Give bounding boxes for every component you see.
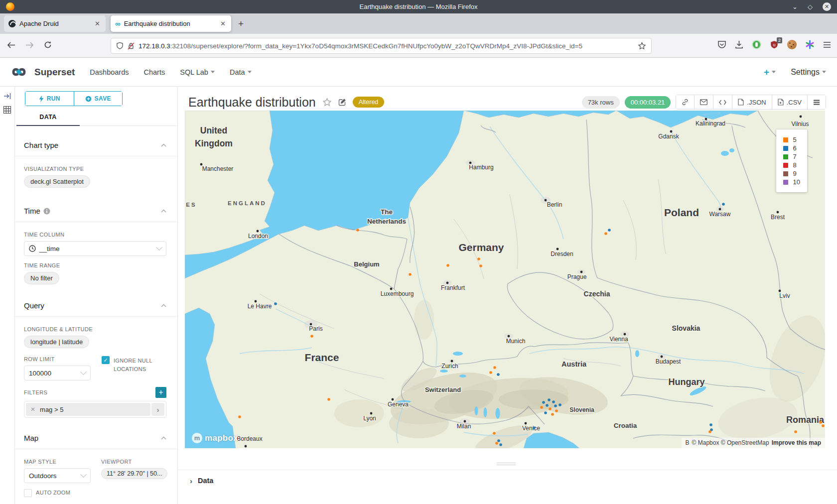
filter-item[interactable]: ✕ mag > 5 ›	[24, 401, 166, 418]
scatter-point[interactable]	[409, 273, 412, 276]
back-icon[interactable]	[7, 41, 15, 49]
nav-charts[interactable]: Charts	[144, 68, 165, 76]
extension-ublock-icon[interactable]: u 2	[770, 40, 779, 49]
scatter-point[interactable]	[495, 442, 498, 445]
scatter-point[interactable]	[549, 407, 552, 410]
scatter-point[interactable]	[544, 411, 547, 414]
scatter-point[interactable]	[709, 423, 712, 426]
extension-cookie-icon[interactable]	[787, 40, 797, 49]
row-limit-select[interactable]: 100000	[24, 366, 91, 380]
extension-asterisk-icon[interactable]	[805, 40, 815, 49]
scatter-point[interactable]	[819, 421, 822, 424]
scatter-point[interactable]	[722, 203, 725, 206]
bookmark-star-icon[interactable]	[638, 42, 646, 50]
scatter-point[interactable]	[238, 415, 241, 418]
nav-data[interactable]: Data	[230, 68, 252, 76]
scatter-point[interactable]	[310, 335, 313, 338]
scatter-point[interactable]	[558, 403, 561, 406]
resize-handle[interactable]	[497, 461, 516, 465]
email-button[interactable]	[694, 95, 713, 109]
new-tab-button[interactable]: +	[234, 18, 248, 29]
save-button[interactable]: SAVE	[74, 92, 123, 106]
window-maximize-icon[interactable]: ◇	[808, 3, 813, 10]
scatter-point[interactable]	[497, 439, 500, 442]
data-results-panel[interactable]: › Data	[178, 470, 837, 485]
favorite-star-icon[interactable]	[322, 98, 332, 107]
viz-type-value[interactable]: deck.gl Scatterplot	[24, 175, 90, 188]
run-button[interactable]: RUN	[25, 92, 74, 106]
window-minimize-icon[interactable]: ⌄	[792, 3, 798, 10]
download-icon[interactable]	[735, 40, 743, 49]
add-filter-button[interactable]: +	[155, 387, 166, 398]
scatter-point[interactable]	[540, 406, 543, 409]
settings-menu[interactable]: Settings	[791, 68, 826, 77]
scatter-point[interactable]	[274, 302, 277, 305]
section-header-query[interactable]: Query	[15, 301, 177, 317]
extension-privacy-icon[interactable]	[752, 40, 761, 49]
copy-link-button[interactable]	[676, 95, 694, 109]
scatter-point[interactable]	[499, 443, 502, 446]
export-json-button[interactable]: .JSON	[732, 95, 771, 109]
scatter-point[interactable]	[327, 398, 330, 401]
pocket-icon[interactable]	[717, 40, 726, 49]
scatter-point[interactable]	[608, 229, 611, 232]
brand-name[interactable]: Superset	[34, 67, 75, 78]
expand-panel-icon[interactable]	[3, 93, 11, 100]
reload-icon[interactable]	[44, 41, 52, 49]
scatter-point[interactable]	[479, 264, 482, 267]
filter-expand-icon[interactable]: ›	[151, 403, 164, 416]
edit-title-icon[interactable]	[338, 98, 346, 106]
scatter-point[interactable]	[822, 424, 825, 427]
section-header-map[interactable]: Map	[15, 434, 177, 449]
improve-map-link[interactable]: Improve this map	[772, 439, 821, 446]
scatter-point[interactable]	[497, 373, 500, 376]
forward-icon[interactable]	[25, 41, 34, 49]
viewport-value[interactable]: 11° 28' 29.70" | 50...	[101, 468, 167, 479]
scatter-point[interactable]	[546, 404, 549, 407]
scatter-point[interactable]	[446, 264, 449, 267]
remove-filter-icon[interactable]: ✕	[30, 406, 35, 413]
scatter-point[interactable]	[552, 400, 555, 403]
scatter-point[interactable]	[493, 432, 496, 435]
nav-dashboards[interactable]: Dashboards	[90, 68, 129, 76]
scatter-point[interactable]	[533, 426, 536, 429]
menu-hamburger-icon[interactable]	[823, 41, 831, 48]
scatter-point[interactable]	[555, 409, 558, 412]
section-header-time[interactable]: Time	[15, 207, 177, 222]
scatter-point[interactable]	[356, 229, 359, 232]
ignore-null-checkbox[interactable]: ✓	[102, 356, 110, 364]
time-range-value[interactable]: No filter	[24, 272, 59, 284]
scatter-point[interactable]	[489, 371, 492, 374]
scatter-point[interactable]	[551, 413, 554, 416]
mapbox-logo[interactable]: m mapbox	[192, 433, 238, 443]
scatter-point[interactable]	[794, 430, 797, 433]
scatter-point[interactable]	[604, 232, 607, 235]
scatter-point[interactable]	[548, 398, 551, 401]
section-header-chart-type[interactable]: Chart type	[15, 141, 177, 156]
time-column-select[interactable]: __time	[24, 241, 166, 256]
url-bar[interactable]: 172.18.0.3:32108/superset/explore/?form_…	[111, 38, 652, 54]
tab-apache-druid[interactable]: Apache Druid ✕	[4, 15, 106, 32]
scatter-point[interactable]	[493, 366, 496, 369]
chart-menu-button[interactable]	[807, 95, 826, 109]
scatter-point[interactable]	[554, 404, 557, 407]
new-item-button[interactable]: +	[764, 67, 776, 78]
map-style-select[interactable]: Outdoors	[24, 468, 91, 483]
scatter-point[interactable]	[708, 430, 711, 433]
auto-zoom-checkbox[interactable]	[24, 489, 32, 497]
tab-earthquake-distribution[interactable]: ∞ Earthquake distribution ✕	[111, 15, 231, 32]
export-csv-button[interactable]: .CSV	[772, 95, 807, 109]
lonlat-value[interactable]: longitude | latitude	[24, 336, 89, 348]
tab-close-icon[interactable]: ✕	[219, 20, 227, 27]
scatter-point[interactable]	[477, 257, 480, 260]
nav-sql-lab[interactable]: SQL Lab	[180, 68, 215, 76]
window-close-icon[interactable]: ✕	[823, 2, 831, 11]
attribution-text[interactable]: © Mapbox © OpenStreetMap	[692, 439, 769, 446]
embed-code-button[interactable]	[713, 95, 732, 109]
tab-close-icon[interactable]: ✕	[94, 20, 101, 27]
datasource-grid-icon[interactable]	[3, 106, 11, 114]
shield-icon[interactable]	[116, 42, 124, 50]
scatter-point[interactable]	[542, 401, 545, 404]
tab-data[interactable]: DATA	[16, 114, 80, 126]
lock-insecure-icon[interactable]	[128, 42, 135, 50]
